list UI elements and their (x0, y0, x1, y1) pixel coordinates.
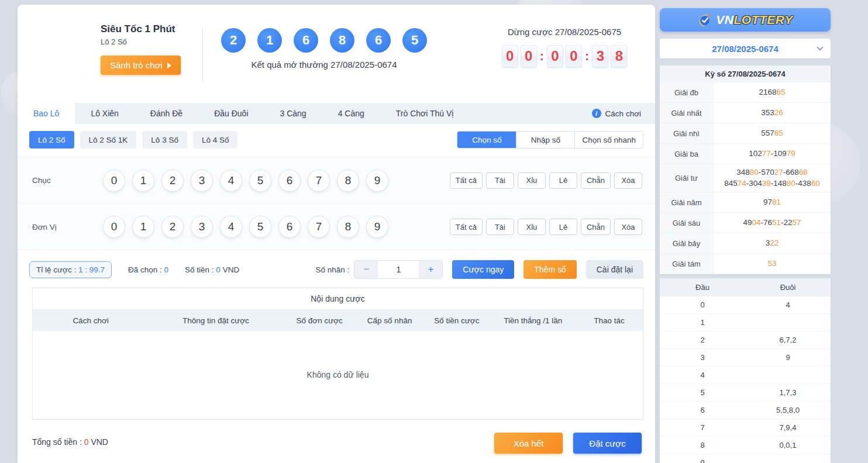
variant-pill[interactable]: Lô 2 Số 1K (80, 131, 137, 148)
head-tail-row: 39 (660, 349, 831, 367)
digit-ball[interactable]: 4 (220, 170, 242, 192)
play-icon (167, 63, 171, 68)
digit-ball[interactable]: 7 (308, 216, 330, 238)
tab-3-càng[interactable]: 3 Càng (264, 103, 322, 124)
tab-trò-chơi-thú-vị[interactable]: Trò Chơi Thú Vị (380, 103, 470, 124)
tab-đầu-đuôi[interactable]: Đầu Đuôi (198, 103, 264, 124)
head-tail-cell: 5,5,8,0 (745, 402, 831, 419)
number-row-label: Chục (32, 176, 51, 185)
variant-pill[interactable]: Lô 3 Số (142, 131, 187, 148)
countdown-digit: 0 (547, 45, 563, 67)
prize-row: Giải tám53 (660, 254, 831, 274)
row-action-button[interactable]: Tất cả (450, 172, 483, 189)
tab-lô-xiên[interactable]: Lô Xiên (75, 103, 134, 124)
digit-ball[interactable]: 2 (161, 216, 184, 238)
reset-button[interactable]: Cài đặt lại (586, 260, 643, 279)
row-action-button[interactable]: Tài (486, 219, 514, 235)
digit-ball[interactable]: 8 (337, 170, 359, 192)
digit-ball[interactable]: 1 (132, 216, 154, 238)
prize-value: 322 (714, 233, 831, 253)
variant-pill[interactable]: Lô 2 Số (29, 131, 74, 148)
row-action-button[interactable]: Xỉu (518, 219, 546, 235)
tab-đánh-đề[interactable]: Đánh Đề (135, 103, 198, 124)
pick-mode-tab[interactable]: Chọn số (457, 132, 516, 148)
digit-ball[interactable]: 9 (366, 216, 388, 238)
prize-label: Giải bảy (660, 233, 714, 253)
countdown-digit: 0 (521, 45, 537, 67)
digit-ball[interactable]: 5 (249, 170, 271, 192)
odds-value: 1 : 99.7 (78, 265, 105, 274)
head-tail-cell: 8 (660, 437, 745, 454)
row-action-button[interactable]: Chẵn (581, 172, 611, 189)
stop-bet-label: Dừng cược 27/08/2025-0675 (485, 27, 643, 37)
game-header: Siêu Tốc 1 Phút Lô 2 Số Sảnh trò chơi 21… (18, 5, 655, 98)
tab-bao-lô[interactable]: Bao Lô (18, 103, 75, 124)
multiplier-input[interactable] (378, 261, 419, 278)
digit-ball[interactable]: 6 (278, 170, 301, 192)
game-lobby-button[interactable]: Sảnh trò chơi (101, 56, 181, 75)
multiplier-increase-button[interactable]: + (419, 261, 442, 278)
clear-all-button[interactable]: Xóa hết (494, 433, 563, 454)
prize-rows: Giải đb216865Giải nhất35326Giải nhì55765… (660, 82, 831, 274)
row-action-button[interactable]: Chẵn (581, 219, 611, 235)
odds-box: Tỉ lệ cược : 1 : 99.7 (29, 261, 112, 278)
header-divider (202, 28, 203, 82)
digit-ball[interactable]: 4 (220, 216, 242, 238)
digit-ball[interactable]: 1 (132, 170, 154, 192)
row-action-button[interactable]: Xỉu (518, 172, 546, 189)
row-action-buttons: Tất cảTàiXỉuLẻChẵnXóa (450, 219, 642, 235)
row-action-buttons: Tất cảTàiXỉuLẻChẵnXóa (450, 172, 642, 189)
bet-table-column-header: Cách chơi (33, 316, 149, 325)
head-tail-cell: 0,0,1 (745, 437, 831, 454)
game-type-tabs: Bao LôLô XiênĐánh ĐềĐầu Đuôi3 Càng4 Càng… (18, 103, 469, 124)
prize-row: Giải nhất35326 (660, 103, 831, 123)
digit-ball[interactable]: 5 (249, 216, 271, 238)
digit-ball[interactable]: 0 (103, 216, 125, 238)
prize-label: Giải tư (660, 164, 714, 192)
row-action-button[interactable]: Lẻ (549, 172, 577, 189)
digit-ball[interactable]: 6 (278, 216, 301, 238)
head-tail-row: 51,7,3 (660, 384, 831, 402)
digit-ball[interactable]: 3 (191, 216, 213, 238)
multiplier-decrease-button[interactable]: − (354, 261, 378, 278)
prize-value: 4904-7651-2257 (714, 213, 831, 233)
total-amount: Tổng số tiền : 0 VND (32, 437, 108, 447)
prize-row: Giải năm9781 (660, 192, 831, 213)
tab-4-càng[interactable]: 4 Càng (322, 103, 380, 124)
head-tail-cell: 9 (660, 454, 745, 463)
row-action-button[interactable]: Xóa (614, 219, 642, 235)
digit-ball[interactable]: 9 (366, 170, 388, 192)
add-number-button[interactable]: Thêm số (523, 260, 576, 279)
number-row: Đơn Vị0123456789Tất cảTàiXỉuLẻChẵnXóa (18, 203, 655, 250)
place-bet-button[interactable]: Đặt cược (573, 433, 642, 454)
bet-table-column-header: Cấp số nhân (356, 316, 423, 325)
row-action-button[interactable]: Lẻ (549, 219, 577, 235)
row-action-button[interactable]: Xóa (614, 172, 642, 189)
bet-table-title: Nội dung cược (33, 288, 643, 310)
digit-ball[interactable]: 8 (337, 216, 359, 238)
head-tail-cell: 5 (660, 384, 745, 401)
bet-now-button[interactable]: Cược ngay (452, 260, 514, 279)
digit-ball[interactable]: 2 (161, 170, 184, 192)
row-action-button[interactable]: Tất cả (450, 219, 483, 235)
period-selector[interactable]: 27/08/2025-0674 (660, 39, 831, 58)
how-to-play-link[interactable]: Cách chơi (592, 103, 655, 124)
digit-ball[interactable]: 0 (103, 170, 125, 192)
head-tail-cell: 7 (660, 419, 745, 436)
result-ball: 5 (402, 28, 427, 53)
prize-row: Giải tư34880-57027-6686884574-30439-1488… (660, 164, 831, 192)
row-action-button[interactable]: Tài (486, 172, 514, 189)
digit-ball[interactable]: 7 (308, 170, 330, 192)
countdown-digit: 3 (592, 45, 608, 67)
head-tail-cell: 9 (745, 349, 831, 366)
head-tail-cell: 0 (660, 296, 745, 313)
result-ball: 6 (294, 28, 318, 53)
prize-row: Giải đb216865 (660, 82, 831, 103)
pick-mode-tab[interactable]: Nhập số (516, 132, 574, 148)
variant-pill[interactable]: Lô 4 Số (193, 131, 238, 148)
digit-ball[interactable]: 3 (191, 170, 213, 192)
countdown-colon: : (540, 49, 544, 64)
countdown-digit: 0 (566, 45, 582, 67)
how-to-play-label: Cách chơi (605, 109, 641, 118)
pick-mode-tab[interactable]: Chọn số nhanh (574, 132, 643, 148)
